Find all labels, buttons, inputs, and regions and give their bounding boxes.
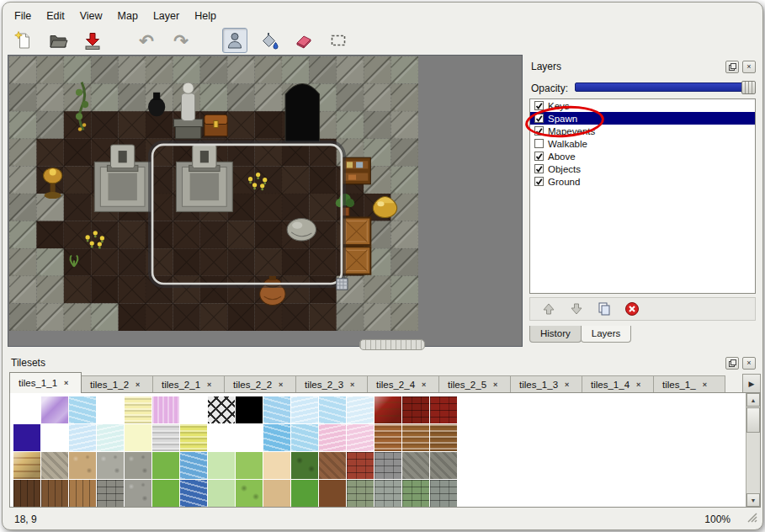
layer-row-ground[interactable]: Ground [530, 175, 755, 188]
tileset-tab-tiles_2_2[interactable]: tiles_2_2× [224, 375, 296, 393]
menu-map[interactable]: Map [111, 8, 145, 24]
new-tool-button[interactable] [11, 28, 36, 53]
menu-edit[interactable]: Edit [40, 8, 72, 24]
tileset-tab-tiles_1_4[interactable]: tiles_1_4× [582, 375, 654, 393]
float-panel-icon[interactable] [725, 357, 739, 370]
palette-tile[interactable] [430, 480, 457, 507]
tileset-tab-tiles_2_3[interactable]: tiles_2_3× [295, 375, 368, 393]
tab-close-icon[interactable]: × [422, 380, 426, 389]
palette-tile[interactable] [319, 396, 346, 423]
palette-tile[interactable] [180, 396, 207, 423]
tab-close-icon[interactable]: × [350, 380, 354, 389]
resize-grip[interactable] [746, 512, 757, 525]
palette-tile[interactable] [375, 424, 401, 451]
palette-tile[interactable] [430, 424, 457, 451]
layer-visibility-checkbox[interactable] [534, 101, 544, 110]
palette-tile[interactable] [347, 452, 374, 479]
panel-tab-history[interactable]: History [529, 326, 582, 343]
palette-tile[interactable] [41, 424, 68, 451]
stamp-tool-button[interactable] [222, 28, 247, 53]
splitter-handle[interactable] [359, 339, 425, 350]
undo-tool-button[interactable]: ↶ [134, 28, 159, 53]
layer-visibility-checkbox[interactable] [534, 152, 544, 161]
palette-tile[interactable] [69, 396, 96, 423]
menu-layer[interactable]: Layer [146, 8, 186, 24]
palette-tile[interactable] [291, 424, 318, 451]
palette-tile[interactable] [125, 396, 151, 423]
palette-tile[interactable] [347, 424, 374, 451]
palette-tile[interactable] [152, 396, 179, 423]
palette-tile[interactable] [236, 480, 263, 507]
layer-visibility-checkbox[interactable] [534, 114, 544, 123]
layer-visibility-checkbox[interactable] [534, 139, 544, 148]
palette-tile[interactable] [236, 424, 263, 451]
map-canvas-area[interactable] [8, 55, 523, 347]
palette-tile[interactable] [263, 452, 290, 479]
palette-tile[interactable] [152, 480, 179, 507]
close-panel-icon[interactable]: × [742, 61, 756, 73]
palette-tile[interactable] [13, 452, 40, 479]
palette-tile[interactable] [152, 452, 179, 479]
palette-tile[interactable] [13, 424, 40, 451]
palette-tile[interactable] [263, 396, 290, 423]
palette-tile[interactable] [41, 480, 68, 507]
map-canvas[interactable] [9, 56, 418, 331]
tileset-tab-tiles_1_[interactable]: tiles_1_× [653, 375, 725, 393]
palette-tile[interactable] [291, 452, 318, 479]
fill-tool-button[interactable] [257, 28, 282, 53]
tab-close-icon[interactable]: × [207, 380, 211, 389]
palette-tile[interactable] [291, 480, 318, 507]
delete-layer-button[interactable] [624, 301, 640, 317]
palette-tile[interactable] [180, 424, 207, 451]
tile-palette[interactable] [13, 396, 457, 507]
save-tool-button[interactable] [80, 28, 105, 53]
palette-tile[interactable] [180, 452, 207, 479]
opacity-slider-handle[interactable] [741, 81, 756, 94]
panel-tab-layers[interactable]: Layers [581, 326, 632, 343]
palette-tile[interactable] [236, 396, 263, 423]
tab-close-icon[interactable]: × [493, 380, 497, 389]
palette-tile[interactable] [402, 424, 429, 451]
tab-close-icon[interactable]: × [64, 379, 68, 387]
palette-tile[interactable] [347, 480, 374, 507]
tab-close-icon[interactable]: × [135, 380, 140, 389]
tab-close-icon[interactable]: × [565, 380, 569, 389]
tab-close-icon[interactable]: × [636, 380, 640, 389]
select-tool-button[interactable] [326, 28, 351, 53]
tileset-tab-tiles_2_5[interactable]: tiles_2_5× [438, 375, 511, 393]
palette-tile[interactable] [69, 424, 96, 451]
layer-row-objects[interactable]: Objects [530, 162, 755, 175]
layer-row-mapevents[interactable]: Mapevents [530, 125, 755, 137]
duplicate-layer-button[interactable] [596, 301, 613, 317]
layer-row-walkable[interactable]: Walkable [530, 137, 755, 150]
tileset-tab-tiles_2_1[interactable]: tiles_2_1× [152, 375, 225, 393]
palette-tile[interactable] [263, 480, 290, 507]
palette-tile[interactable] [402, 452, 429, 479]
palette-tile[interactable] [375, 396, 401, 423]
layer-row-spawn[interactable]: Spawn [530, 112, 755, 125]
palette-tile[interactable] [430, 452, 457, 479]
menu-file[interactable]: File [8, 8, 38, 24]
lower-layer-button[interactable] [568, 301, 585, 317]
palette-tile[interactable] [375, 452, 401, 479]
open-tool-button[interactable] [45, 28, 71, 53]
palette-tile[interactable] [41, 452, 68, 479]
palette-tile[interactable] [319, 424, 346, 451]
scroll-down-icon[interactable]: ▼ [746, 493, 760, 507]
vertical-scrollbar[interactable]: ▲ ▼ [746, 393, 760, 507]
layer-visibility-checkbox[interactable] [534, 177, 544, 186]
tileset-tab-tiles_1_3[interactable]: tiles_1_3× [510, 375, 582, 393]
redo-tool-button[interactable]: ↷ [168, 28, 194, 53]
palette-tile[interactable] [319, 452, 346, 479]
palette-tile[interactable] [152, 424, 179, 451]
palette-tile[interactable] [263, 424, 290, 451]
scrollbar-thumb[interactable] [746, 407, 760, 433]
palette-tile[interactable] [319, 480, 346, 507]
palette-tile[interactable] [402, 396, 429, 423]
palette-tile[interactable] [41, 396, 68, 423]
tileset-tab-tiles_1_1[interactable]: tiles_1_1× [9, 372, 82, 393]
palette-tile[interactable] [180, 480, 207, 507]
palette-tile[interactable] [402, 480, 429, 507]
tab-close-icon[interactable]: × [703, 380, 707, 389]
menu-help[interactable]: Help [188, 8, 223, 24]
